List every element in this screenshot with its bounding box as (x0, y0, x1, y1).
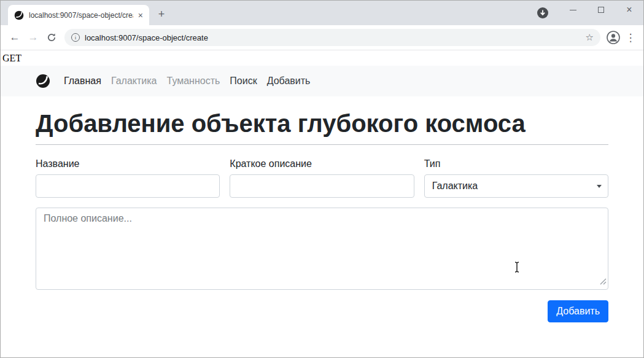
nav-link-nebula[interactable]: Туманность (162, 76, 225, 87)
reload-button[interactable] (42, 28, 61, 47)
full-desc-textarea[interactable] (36, 208, 608, 290)
url-text[interactable]: localhost:9007/space-object/create (85, 33, 581, 42)
divider (36, 144, 608, 145)
minimize-icon (570, 10, 576, 10)
tab-title: localhost:9007/space-object/crea (29, 11, 133, 20)
forward-button: → (24, 28, 42, 47)
resize-grip-icon[interactable] (600, 276, 607, 287)
site-navbar: Главная Галактика Туманность Поиск Добав… (1, 66, 643, 96)
bookmark-star-icon[interactable]: ☆ (586, 32, 594, 43)
short-desc-field-group: Краткое описание (230, 158, 414, 198)
nav-link-add[interactable]: Добавить (262, 76, 316, 87)
browser-tab[interactable]: localhost:9007/space-object/crea × (8, 5, 149, 25)
web-page: GET Главная Галактика Туманность Поиск Д… (1, 50, 643, 357)
window-controls: × (537, 1, 643, 25)
form-actions: Добавить (36, 300, 608, 322)
type-field-group: Тип Галактика (424, 158, 608, 198)
profile-avatar[interactable] (604, 28, 623, 47)
browser-window: localhost:9007/space-object/crea × + × ←… (0, 0, 644, 358)
name-label: Название (36, 158, 220, 169)
minimize-button[interactable] (559, 1, 587, 19)
debug-method-text: GET (1, 50, 643, 66)
maximize-button[interactable] (587, 1, 615, 19)
page-title: Добавление объекта глубокого космоса (36, 109, 608, 138)
short-desc-label: Краткое описание (230, 158, 414, 169)
main-content: Добавление объекта глубокого космоса Наз… (36, 109, 608, 322)
browser-menu-icon[interactable]: ⋮ (623, 28, 638, 47)
submit-button[interactable]: Добавить (548, 300, 608, 322)
close-window-button[interactable]: × (615, 1, 643, 19)
nav-link-search[interactable]: Поиск (225, 76, 262, 87)
address-bar[interactable]: i localhost:9007/space-object/create ☆ (64, 29, 600, 46)
type-select[interactable]: Галактика (424, 174, 608, 198)
name-input[interactable] (36, 174, 220, 198)
nav-link-galaxy[interactable]: Галактика (106, 76, 162, 87)
type-label: Тип (424, 158, 608, 169)
browser-update-icon[interactable] (537, 7, 549, 19)
tab-strip: localhost:9007/space-object/crea × + × (1, 1, 643, 25)
page-info-icon[interactable]: i (71, 33, 80, 42)
nav-link-home[interactable]: Главная (59, 76, 106, 87)
form-fields-row: Название Краткое описание Тип Галактика (36, 158, 608, 198)
back-button[interactable]: ← (6, 28, 24, 47)
tab-close-icon[interactable]: × (138, 11, 143, 20)
new-tab-button[interactable]: + (153, 6, 170, 23)
type-select-value: Галактика (432, 181, 478, 192)
browser-toolbar: ← → i localhost:9007/space-object/create… (1, 25, 643, 50)
name-field-group: Название (36, 158, 220, 198)
chevron-down-icon (597, 185, 602, 188)
brand-logo-icon[interactable] (36, 74, 50, 88)
full-desc-wrap (36, 208, 608, 290)
maximize-icon (598, 7, 604, 13)
short-desc-input[interactable] (230, 174, 414, 198)
site-favicon-icon (14, 10, 24, 20)
